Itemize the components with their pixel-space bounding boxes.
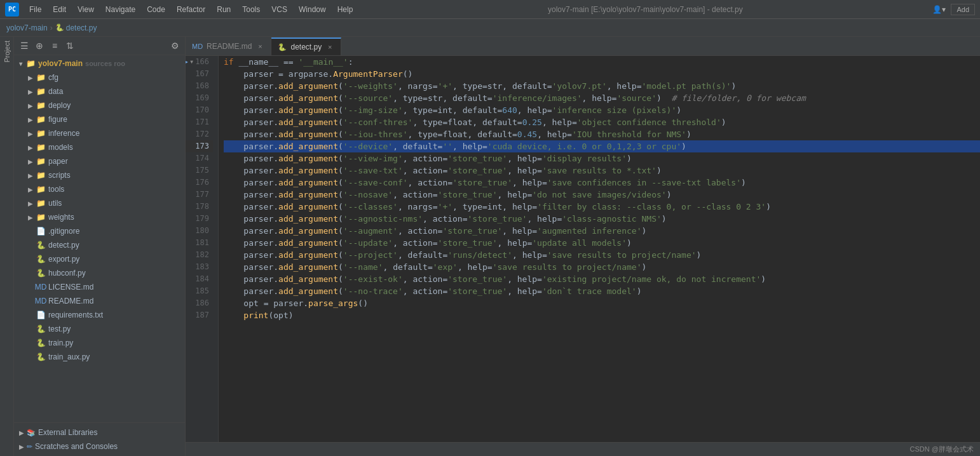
sidebar-item-deploy[interactable]: ▶ 📁 deploy (14, 98, 185, 112)
sidebar-btn2[interactable]: ⊕ (33, 39, 46, 52)
sidebar-item-gitignore[interactable]: ▶ 📄 .gitignore (14, 224, 185, 238)
menu-file[interactable]: File (24, 4, 46, 15)
sidebar-item-models[interactable]: ▶ 📁 models (14, 140, 185, 154)
window-title: yolov7-main [E:\yolo\yolov7-main\yolov7-… (359, 5, 931, 14)
menu-edit[interactable]: Edit (48, 4, 71, 15)
run-marker-icon: ▶ (186, 56, 188, 68)
gutter-169: 169 (186, 92, 213, 104)
code-line-169: parser.add_argument('--source', type=str… (224, 92, 980, 104)
sidebar-item-paper[interactable]: ▶ 📁 paper (14, 154, 185, 168)
deploy-folder-icon: 📁 (36, 100, 46, 111)
data-label: data (48, 87, 63, 96)
gutter-173: 173 (186, 140, 213, 152)
ext-lib-arrow-icon: ▶ (18, 429, 25, 436)
code-line-168: parser.add_argument('--weights', nargs='… (224, 80, 980, 92)
menu-tools[interactable]: Tools (237, 4, 265, 15)
gutter-175: 175 (186, 164, 213, 177)
menu-help[interactable]: Help (332, 4, 358, 15)
gutter-171: 171 (186, 116, 213, 128)
code-line-171: parser.add_argument('--conf-thres', type… (224, 116, 980, 128)
sidebar-item-readme-md[interactable]: ▶ MD README.md (14, 294, 185, 308)
code-line-182: parser.add_argument('--project', default… (224, 249, 980, 261)
detect-tab-close[interactable]: × (325, 43, 334, 51)
code-line-179: parser.add_argument('--agnostic-nms', ac… (224, 213, 980, 225)
menu-refactor[interactable]: Refactor (172, 4, 210, 15)
sidebar-item-test-py[interactable]: ▶ 🐍 test.py (14, 322, 185, 336)
sidebar-item-detect-py[interactable]: ▶ 🐍 detect.py (14, 238, 185, 252)
sidebar-item-scratches[interactable]: ▶ ✏ Scratches and Consoles (18, 439, 181, 453)
train-py-icon: 🐍 (36, 338, 46, 348)
menu-navigate[interactable]: Navigate (100, 4, 140, 15)
figure-label: figure (48, 115, 67, 124)
menu-run[interactable]: Run (212, 4, 236, 15)
sidebar-root-item[interactable]: ▾ 📁 yolov7-main sources roo (14, 57, 185, 70)
sidebar-item-inference[interactable]: ▶ 📁 inference (14, 126, 185, 140)
sidebar-item-export-py[interactable]: ▶ 🐍 export.py (14, 252, 185, 266)
inference-arrow-icon: ▶ (27, 130, 34, 137)
gutter-177: 177 (186, 189, 213, 201)
train-aux-py-icon: 🐍 (36, 352, 46, 362)
add-button[interactable]: Add (951, 4, 975, 15)
data-arrow-icon: ▶ (27, 88, 34, 95)
breadcrumb-root[interactable]: yolov7-main (6, 23, 48, 32)
sidebar-btn3[interactable]: ≡ (48, 39, 61, 52)
sidebar-item-license-md[interactable]: ▶ MD LICENSE.md (14, 280, 185, 294)
code-line-176: parser.add_argument('--save-conf', actio… (224, 177, 980, 189)
weights-arrow-icon: ▶ (27, 213, 34, 221)
sidebar-btn4[interactable]: ⇅ (64, 39, 76, 52)
models-label: models (48, 143, 73, 152)
breadcrumb-file[interactable]: detect.py (66, 23, 97, 32)
export-py-label: export.py (48, 255, 79, 264)
folding-marker: ▾ (189, 56, 194, 68)
sidebar-item-data[interactable]: ▶ 📁 data (14, 84, 185, 98)
sidebar-gear-btn[interactable]: ⚙ (168, 39, 181, 52)
sidebar-item-train-aux-py[interactable]: ▶ 🐍 train_aux.py (14, 350, 185, 364)
detect-tab-label: detect.py (290, 43, 322, 51)
sidebar-item-hubconf-py[interactable]: ▶ 🐍 hubconf.py (14, 266, 185, 280)
breadcrumb: yolov7-main › 🐍 detect.py (0, 19, 980, 37)
weights-folder-icon: 📁 (36, 212, 46, 222)
scripts-folder-icon: 📁 (36, 170, 46, 180)
gitignore-icon: 📄 (36, 226, 46, 236)
menu-window[interactable]: Window (294, 4, 331, 15)
cfg-folder-icon: 📁 (36, 72, 46, 83)
export-py-icon: 🐍 (36, 254, 46, 264)
inference-folder-icon: 📁 (36, 128, 46, 138)
tab-detect[interactable]: 🐍 detect.py × (271, 37, 341, 55)
sidebar-item-tools[interactable]: ▶ 📁 tools (14, 182, 185, 196)
cfg-label: cfg (48, 73, 58, 82)
utils-label: utils (48, 199, 62, 208)
cfg-arrow-icon: ▶ (27, 74, 34, 81)
sidebar-item-weights[interactable]: ▶ 📁 weights (14, 210, 185, 224)
gitignore-label: .gitignore (48, 227, 79, 236)
gutter-181: 181 (186, 237, 213, 249)
sidebar-item-train-py[interactable]: ▶ 🐍 train.py (14, 336, 185, 350)
menu-code[interactable]: Code (142, 4, 170, 15)
test-py-icon: 🐍 (36, 324, 46, 334)
code-line-175: parser.add_argument('--save-txt', action… (224, 164, 980, 177)
sidebar-item-external-libraries[interactable]: ▶ 📚 External Libraries (18, 426, 181, 439)
code-line-166: if __name__ == '__main__': (224, 56, 980, 68)
gutter-166: ▶ ▾ 166 (186, 56, 213, 68)
root-suffix: sources roo (85, 60, 125, 67)
code-line-178: parser.add_argument('--classes', nargs='… (224, 201, 980, 213)
sidebar-collapse-btn[interactable]: ☰ (18, 39, 31, 52)
menu-view[interactable]: View (72, 4, 99, 15)
project-tab[interactable]: Project (0, 37, 14, 456)
tab-bar: MD README.md × 🐍 detect.py × (186, 37, 980, 56)
tools-folder-icon: 📁 (36, 184, 46, 194)
sidebar-item-figure[interactable]: ▶ 📁 figure (14, 112, 185, 126)
sidebar-item-scripts[interactable]: ▶ 📁 scripts (14, 168, 185, 182)
app-logo: PC (5, 3, 19, 17)
sidebar-item-requirements-txt[interactable]: ▶ 📄 requirements.txt (14, 308, 185, 322)
line-number-gutter: ▶ ▾ 166 167 168 169 170 171 172 173 174 … (186, 56, 219, 442)
sidebar-item-cfg[interactable]: ▶ 📁 cfg (14, 70, 185, 84)
code-line-173: parser.add_argument('--device', default=… (224, 140, 980, 152)
readme-tab-close[interactable]: × (255, 42, 264, 51)
tab-readme[interactable]: MD README.md × (186, 37, 271, 55)
menu-vcs[interactable]: VCS (266, 4, 292, 15)
code-editor[interactable]: if __name__ == '__main__': parser = argp… (219, 56, 980, 442)
sidebar-item-utils[interactable]: ▶ 📁 utils (14, 196, 185, 210)
deploy-label: deploy (48, 101, 71, 110)
project-tab-label[interactable]: Project (3, 41, 11, 62)
